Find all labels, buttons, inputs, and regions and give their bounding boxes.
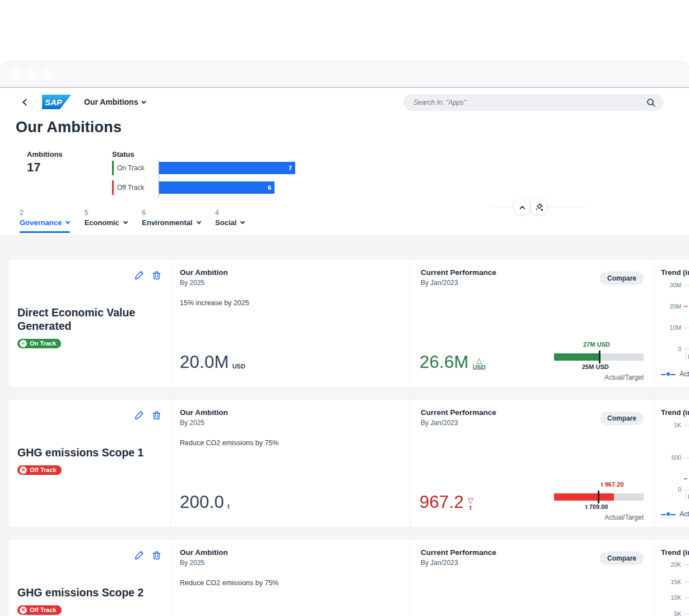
tab-governance[interactable]: 2 Governance (20, 209, 70, 233)
target-line (684, 306, 689, 307)
delete-icon[interactable] (152, 410, 161, 420)
our-ambition-section: Our Ambition By 2025 Reduce CO2 emission… (170, 399, 410, 527)
chart-axis (159, 160, 159, 197)
status-badge-label: Off Track (30, 606, 57, 613)
gridline (684, 582, 689, 582)
bullet-fill (554, 353, 599, 361)
window-dot-icon[interactable] (26, 69, 37, 80)
ambition-description: Reduce CO2 emissions by 75% (180, 439, 401, 447)
our-ambition-section: Our Ambition By 2025 Reduce CO2 emission… (170, 539, 410, 616)
ambitions-label: Ambitions (27, 150, 63, 158)
trend-tick-label: 500 (654, 454, 681, 461)
tab-social[interactable]: 4 Social (215, 209, 245, 233)
actual-unit: t (469, 504, 472, 511)
trend-x-label: Fe (686, 492, 689, 500)
chevron-down-icon (66, 219, 70, 223)
trend-tick-label: 5K (654, 610, 681, 616)
ambition-card-direct-economic-value[interactable]: Direct Economic Value Generated ✓ On Tra… (8, 259, 689, 388)
delete-icon[interactable] (152, 550, 161, 560)
bullet-target-marker (599, 351, 600, 363)
target-number: 20.0M (180, 352, 229, 372)
check-circle-icon: ✓ (20, 340, 27, 347)
status-badge-label: On Track (30, 340, 56, 347)
section-header: Our Ambition (180, 408, 401, 417)
app-title-menu[interactable]: Our Ambitions (84, 97, 146, 106)
trend-tick-label: 0 (654, 346, 681, 352)
bullet-actual-label: 27M USD (583, 341, 610, 348)
pin-header-button[interactable] (531, 199, 547, 214)
category-tabs: 2 Governance 5 Economic 6 Environmental … (20, 209, 245, 233)
section-timeframe: By 2025 (180, 559, 401, 567)
actual-target-bullet-chart: 27M USD 25M USD Actual/Target (554, 341, 644, 384)
status-badge: ✓ On Track (17, 339, 61, 348)
card-title-section: Direct Economic Value Generated ✓ On Tra… (8, 259, 170, 387)
section-timeframe: By 2025 (180, 279, 401, 287)
delete-icon[interactable] (152, 270, 161, 280)
collapse-header-button[interactable] (514, 199, 530, 214)
tab-label: Economic (85, 218, 119, 227)
status-row-label: On Track (114, 164, 159, 172)
performance-actual-value: 967.2 ▽ t (420, 492, 473, 512)
card-title-section: GHG emissions Scope 2 ✕ Off Track (8, 539, 170, 616)
tab-count: 2 (20, 209, 70, 217)
back-button[interactable] (24, 97, 34, 107)
trend-section: Trend (in 1K 500 0 Fe Act (654, 399, 689, 527)
ambition-title: GHG emissions Scope 2 (17, 586, 161, 600)
search-icon[interactable] (646, 98, 656, 108)
ambition-card-ghg-scope-2[interactable]: GHG emissions Scope 2 ✕ Off Track Our Am… (8, 539, 689, 616)
line-series-icon (661, 374, 676, 375)
ambitions-count: 17 (27, 160, 40, 175)
ambition-description: Reduce CO2 emissions by 75% (180, 579, 401, 587)
tab-economic[interactable]: 5 Economic (85, 209, 128, 233)
app-title-label: Our Ambitions (84, 97, 138, 106)
window-dot-icon[interactable] (11, 69, 21, 80)
trend-down-icon: ▽ (468, 497, 473, 504)
bullet-caption: Actual/Target (604, 374, 644, 381)
current-performance-section: Current Performance By Jan/2023 Compare (410, 539, 654, 616)
actual-target-bullet-chart: t 967.20 t 709.00 Actual/Target (554, 481, 644, 524)
edit-icon[interactable] (134, 550, 144, 560)
edit-icon[interactable] (134, 410, 144, 420)
performance-actual-value: 26.6M △ USD (420, 352, 486, 372)
target-unit: USD (232, 363, 245, 370)
bullet-target-marker (598, 491, 599, 503)
trend-tick-label: 15K (654, 578, 681, 585)
pin-icon (535, 203, 543, 211)
trend-legend: Act (661, 510, 689, 518)
tab-count: 5 (85, 209, 128, 217)
gridline (684, 458, 689, 458)
ambition-description: 15% increase by 2025 (180, 299, 401, 307)
tab-environmental[interactable]: 6 Environmental (142, 209, 201, 233)
window-titlebar (0, 62, 689, 88)
gridline (684, 349, 689, 349)
section-header: Our Ambition (180, 548, 401, 557)
ambition-card-ghg-scope-1[interactable]: GHG emissions Scope 1 ✕ Off Track Our Am… (8, 399, 689, 528)
x-circle-icon: ✕ (20, 466, 27, 474)
chevron-down-icon (123, 219, 128, 223)
page-title: Our Ambitions (16, 119, 122, 136)
compare-button[interactable]: Compare (600, 272, 644, 285)
trend-header: Trend (in (661, 548, 689, 557)
status-bar: 6 (159, 181, 274, 194)
trend-up-icon: △ (476, 357, 482, 364)
compare-button[interactable]: Compare (600, 552, 644, 565)
compare-button[interactable]: Compare (600, 412, 644, 425)
gridline (684, 328, 689, 328)
trend-tick-label: 10M (654, 324, 681, 331)
tab-label: Social (215, 218, 236, 227)
bullet-actual-label: t 967.20 (601, 481, 623, 488)
gridline (684, 285, 689, 286)
gridline (684, 598, 689, 598)
target-line (684, 478, 689, 479)
bullet-track (554, 493, 644, 501)
search-box (403, 94, 664, 111)
edit-icon[interactable] (134, 270, 144, 280)
status-row-on-track: On Track 7 (112, 161, 295, 175)
app-window: SAP Our Ambitions Our Ambitions Ambition… (0, 62, 689, 616)
section-timeframe: By 2025 (180, 419, 401, 427)
chevron-down-icon (241, 219, 245, 223)
search-input[interactable] (413, 99, 646, 106)
screen: SAP Our Ambitions Our Ambitions Ambition… (0, 0, 689, 616)
window-dot-icon[interactable] (42, 69, 53, 80)
sap-logo: SAP (42, 95, 71, 111)
